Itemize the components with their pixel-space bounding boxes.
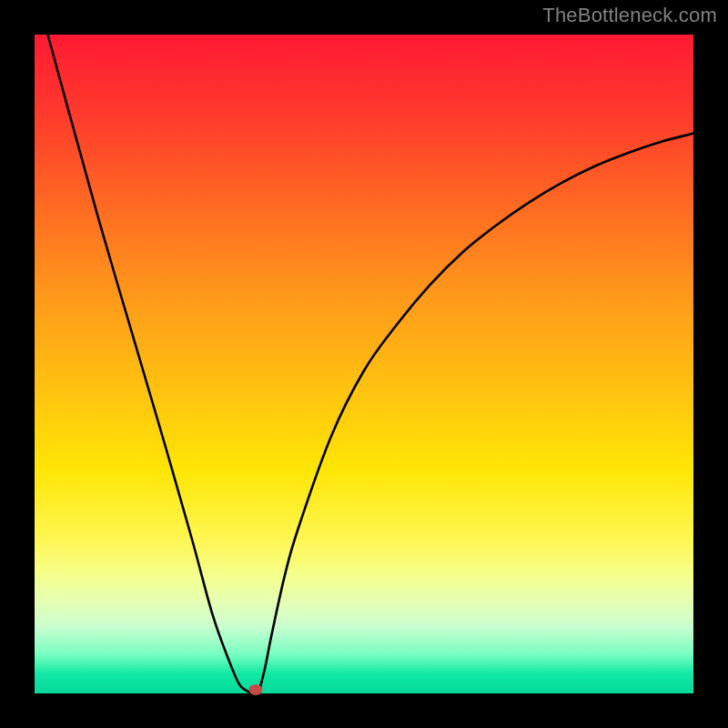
bottleneck-curve	[35, 35, 693, 693]
curve-left-path	[47, 35, 251, 693]
minimum-marker	[248, 684, 262, 695]
curve-right-path	[258, 134, 693, 693]
plot-area	[35, 35, 693, 693]
attribution-text: TheBottleneck.com	[542, 4, 717, 27]
chart-frame: TheBottleneck.com	[0, 0, 728, 728]
